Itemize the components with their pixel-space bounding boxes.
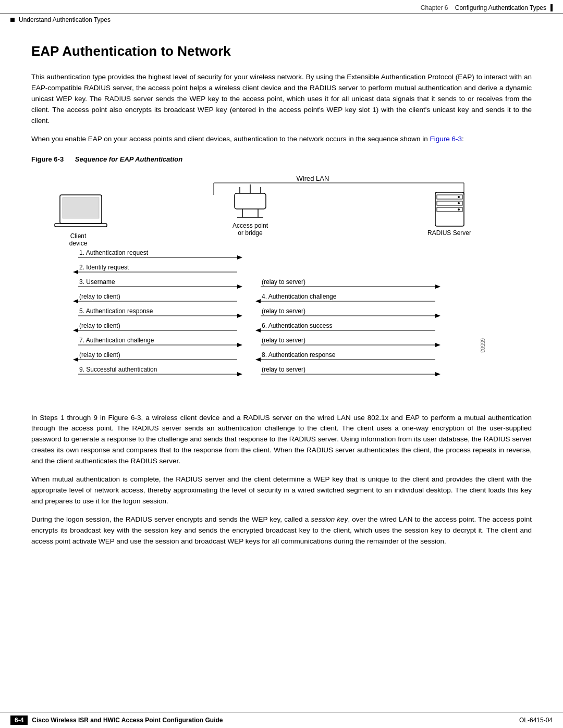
svg-marker-43 — [435, 343, 440, 347]
footer-left: 6-4 Cisco Wireless ISR and HWIC Access P… — [10, 715, 223, 725]
step6-relay: (relay to client) — [79, 322, 120, 329]
figure-caption-label: Figure 6-3 — [31, 155, 64, 163]
svg-rect-4 — [55, 224, 107, 227]
step9-relay: (relay to server) — [262, 366, 305, 373]
figure-caption-title: Sequence for EAP Authentication — [75, 155, 182, 163]
svg-marker-49 — [237, 372, 242, 376]
svg-rect-6 — [235, 193, 266, 209]
svg-marker-29 — [255, 299, 261, 303]
breadcrumb-text: Understand Authentication Types — [19, 16, 111, 23]
svg-rect-5 — [63, 198, 99, 218]
client-label: Client — [70, 232, 87, 240]
paragraph-2-after-link: : — [462, 135, 464, 143]
step4-label: 4. Authentication challenge — [262, 293, 337, 300]
svg-marker-27 — [435, 285, 440, 289]
step5-relay: (relay to server) — [262, 307, 305, 315]
svg-point-18 — [458, 202, 460, 204]
step5-label: 5. Authentication response — [79, 307, 153, 315]
step4-relay: (relay to client) — [79, 293, 120, 300]
svg-marker-51 — [435, 372, 440, 376]
figure-id-rotated: 65583 — [480, 338, 485, 353]
page-title: EAP Authentication to Network — [31, 43, 532, 59]
breadcrumb-bullet — [10, 18, 15, 22]
paragraph-2: When you enable EAP on your access point… — [31, 134, 532, 145]
svg-marker-41 — [237, 343, 242, 347]
access-point-label: Access point — [232, 222, 268, 229]
paragraph-5: During the logon session, the RADIUS ser… — [31, 514, 532, 547]
svg-point-17 — [458, 196, 460, 198]
svg-marker-47 — [73, 357, 78, 362]
page-footer: 6-4 Cisco Wireless ISR and HWIC Access P… — [0, 712, 563, 728]
radius-label: RADIUS Server — [427, 229, 471, 237]
paragraph-5-before-italic: During the logon session, the RADIUS ser… — [31, 515, 311, 523]
figure-link[interactable]: Figure 6-3 — [430, 135, 462, 143]
paragraph-2-before-link: When you enable EAP on your access point… — [31, 135, 430, 143]
footer-doc-num: OL-6415-04 — [519, 717, 553, 724]
step6-label: 6. Authentication success — [262, 322, 332, 329]
paragraph-4: When mutual authentication is complete, … — [31, 474, 532, 507]
figure-container: Figure 6-3 Sequence for EAP Authenticati… — [31, 155, 532, 397]
svg-marker-39 — [73, 328, 78, 332]
step9-label: 9. Successful authentication — [79, 366, 157, 373]
svg-marker-33 — [237, 314, 242, 318]
step7-relay: (relay to server) — [262, 337, 305, 344]
access-point-sublabel: or bridge — [238, 229, 263, 237]
footer-guide-title: Cisco Wireless ISR and HWIC Access Point… — [32, 717, 223, 724]
main-content: EAP Authentication to Network This authe… — [0, 28, 563, 586]
page-number: 6-4 — [10, 715, 28, 725]
header-chapter-label: Chapter 6 — [421, 4, 448, 11]
svg-marker-25 — [237, 285, 242, 289]
page-header: Chapter 6 Configuring Authentication Typ… — [0, 0, 563, 14]
step3-relay: (relay to server) — [262, 278, 305, 286]
paragraph-1: This authentication type provides the hi… — [31, 72, 532, 127]
svg-marker-21 — [237, 255, 242, 260]
step1-label: 1. Authentication request — [79, 249, 149, 256]
header-bar — [550, 4, 553, 11]
diagram-svg: Wired LAN Client device Access point or — [31, 171, 500, 396]
client-sublabel: device — [69, 240, 88, 247]
svg-marker-45 — [255, 357, 261, 362]
step7-label: 7. Authentication challenge — [79, 337, 154, 344]
svg-marker-37 — [255, 328, 261, 332]
svg-marker-31 — [73, 299, 78, 303]
breadcrumb: Understand Authentication Types — [0, 14, 563, 28]
step8-relay: (relay to client) — [79, 351, 120, 359]
diagram: Wired LAN Client device Access point or — [31, 171, 532, 397]
step3-label: 3. Username — [79, 278, 115, 286]
svg-point-19 — [458, 208, 460, 211]
wired-lan-label: Wired LAN — [297, 175, 329, 182]
step8-label: 8. Authentication response — [262, 351, 336, 359]
paragraph-5-italic: session key — [311, 515, 348, 523]
header-title: Configuring Authentication Types — [455, 4, 546, 11]
svg-marker-23 — [73, 270, 78, 274]
figure-caption: Figure 6-3 Sequence for EAP Authenticati… — [31, 155, 532, 163]
step2-label: 2. Identity request — [79, 264, 129, 271]
svg-marker-35 — [435, 314, 440, 318]
paragraph-3: In Steps 1 through 9 in Figure 6-3, a wi… — [31, 413, 532, 467]
